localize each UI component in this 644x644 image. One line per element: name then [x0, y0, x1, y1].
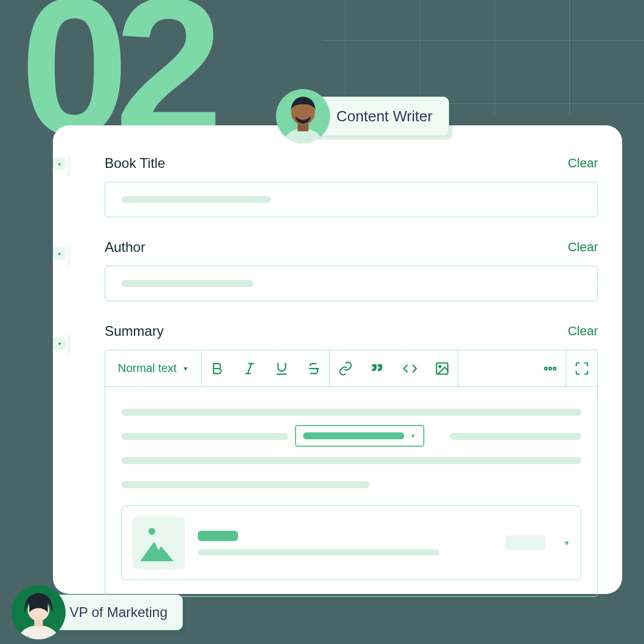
author-input[interactable] [105, 266, 598, 301]
avatar [276, 89, 330, 143]
chevron-down-icon: ▼ [182, 365, 189, 372]
collapse-toggle[interactable]: ▾ [53, 247, 66, 260]
form-panel: ▾ ▾ ▾ Book Title Clear Author Clear [53, 125, 622, 594]
content-skeleton [121, 433, 288, 440]
field-summary: Summary Clear Normal text ▼ [105, 323, 598, 597]
media-meta [198, 531, 493, 555]
role-badge-vp-marketing: VP of Marketing [12, 585, 183, 639]
bold-button[interactable] [210, 361, 225, 376]
link-button[interactable] [338, 361, 353, 376]
text-style-dropdown[interactable]: Normal text ▼ [113, 362, 193, 375]
select-value-skeleton [303, 432, 404, 439]
clear-button[interactable]: Clear [568, 156, 598, 171]
clear-button[interactable]: Clear [568, 324, 598, 339]
field-book-title: Book Title Clear [105, 155, 598, 217]
fullscreen-button[interactable] [574, 361, 589, 376]
collapse-toggle[interactable]: ▾ [53, 337, 66, 350]
media-subtitle-skeleton [198, 549, 439, 555]
book-title-input[interactable] [105, 182, 598, 217]
chevron-down-icon: ▼ [410, 432, 416, 439]
content-skeleton [450, 433, 581, 440]
richtext-toolbar: Normal text ▼ [105, 350, 598, 386]
svg-point-7 [545, 367, 547, 369]
svg-point-6 [439, 365, 441, 367]
media-action-button[interactable] [505, 535, 546, 550]
underline-button[interactable] [274, 361, 289, 376]
italic-button[interactable] [242, 361, 257, 376]
content-skeleton [121, 409, 581, 416]
svg-point-9 [553, 367, 555, 369]
content-skeleton [121, 481, 370, 488]
quote-button[interactable] [370, 361, 385, 376]
image-button[interactable] [435, 361, 450, 376]
media-attachment[interactable]: ▼ [121, 505, 581, 580]
richtext-editor[interactable]: ▼ ▼ [105, 386, 598, 597]
text-style-label: Normal text [118, 362, 177, 375]
svg-line-2 [248, 363, 252, 373]
strikethrough-button[interactable] [306, 361, 321, 376]
collapse-toggle[interactable]: ▾ [53, 158, 66, 170]
inline-select[interactable]: ▼ [295, 425, 424, 447]
field-label: Book Title [105, 155, 165, 171]
image-icon [132, 516, 185, 569]
input-placeholder-skeleton [121, 280, 254, 287]
role-badge-content-writer: Content Writer [276, 89, 449, 143]
field-author: Author Clear [105, 239, 598, 301]
input-placeholder-skeleton [121, 196, 271, 203]
field-label: Summary [105, 323, 164, 339]
avatar [12, 585, 66, 639]
svg-point-8 [549, 367, 551, 369]
field-label: Author [105, 239, 145, 255]
media-title-skeleton [198, 531, 238, 541]
chevron-down-icon[interactable]: ▼ [563, 539, 570, 547]
code-button[interactable] [402, 361, 417, 376]
content-skeleton [121, 457, 581, 464]
more-button[interactable] [543, 361, 558, 376]
clear-button[interactable]: Clear [568, 240, 598, 255]
